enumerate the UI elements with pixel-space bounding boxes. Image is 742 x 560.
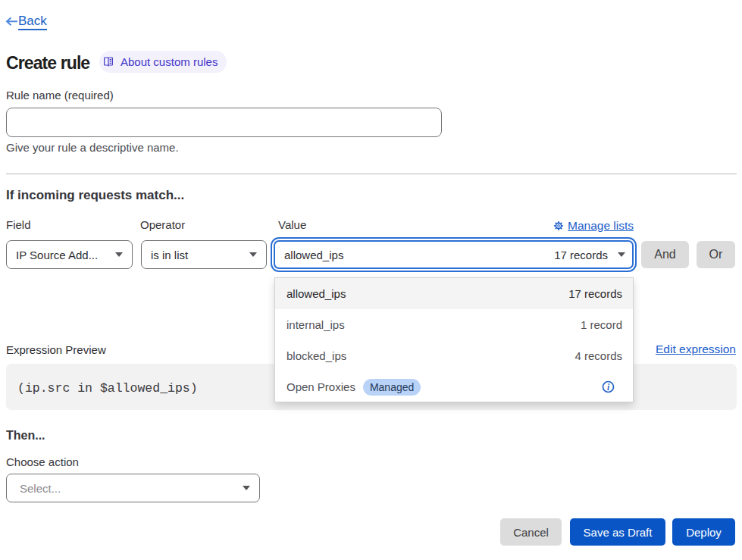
- svg-text:i: i: [607, 383, 610, 392]
